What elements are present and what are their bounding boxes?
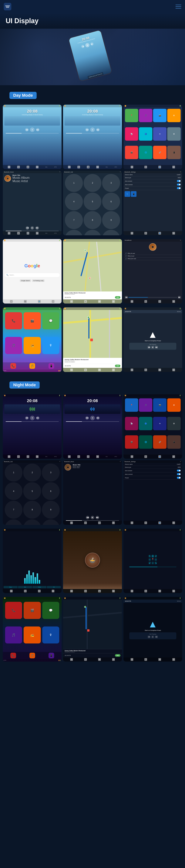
bt-bicon-3[interactable]: 🎵 [27,232,29,235]
nav-bicon-4[interactable]: ⚙ [112,369,115,371]
prev-btn-2[interactable]: ◀◀ [85,128,89,131]
eq-ctrl-4[interactable]: Vol [47,586,61,588]
nm-bicon-3[interactable]: 🎵 [27,455,29,458]
ndrv-bicon-3[interactable]: 🗺 [158,658,161,661]
play-btn-1[interactable]: ⏸ [30,127,34,132]
nav-down-right[interactable]: ↘ [155,562,157,564]
nnm-bicon-3[interactable]: 🗺 [98,658,101,661]
nbm-bicon-4[interactable]: ⚙ [112,522,115,524]
eq-bicon-4[interactable]: ⚙ [52,590,54,592]
maps-bicon-4[interactable]: ⚙ [112,300,115,303]
eq-bicon-3[interactable]: 🎵 [38,590,41,592]
bts-bicon-4[interactable]: ⚙ [173,232,175,235]
media-prev[interactable]: ◀◀ [148,346,150,349]
eq-ctrl-3[interactable]: Treble [32,586,47,588]
bicon-21[interactable]: ✉ [68,166,71,168]
nm-bicon-4[interactable]: ⚙ [36,455,38,458]
ndrv-bicon-2[interactable]: 📞 [144,658,147,661]
file-2[interactable]: 🎵 华东_01.mp3 [124,255,181,257]
maps-bicon-1[interactable]: ✉ [70,300,73,303]
ndrv-bicon-1[interactable]: ✉ [131,658,133,661]
dial-9[interactable]: 9 [102,211,120,229]
file-3[interactable]: 🎵 华东_别_81.mp3 [124,257,181,260]
social-bicon-1[interactable]: ✉ [131,300,133,303]
na-7[interactable]: ✈ [153,417,166,430]
dial-7[interactable]: 7 [65,211,83,229]
food-bicon-1[interactable]: ✉ [70,590,73,592]
nbs-aa-toggle[interactable] [177,470,181,471]
app-icon-10[interactable]: 🌐 [139,146,152,159]
nbs-bicon-4[interactable]: ⚙ [173,522,175,524]
nm-bicon-2[interactable]: 📞 [17,455,20,458]
ndrv-next[interactable]: ▶▶ [155,636,158,638]
eq-bicon-2[interactable]: 📞 [24,590,27,592]
nbm-bicon-3[interactable]: 🎵 [98,522,101,524]
night-play-2[interactable]: ⏸ [90,416,95,420]
app-icon-12[interactable]: 📱 [167,146,181,159]
nd-0[interactable]: 0 [23,519,41,525]
lucky-btn[interactable]: I'm Feeling Lucky [32,279,45,282]
nav-bicon-1[interactable]: ✉ [70,369,73,371]
go-button[interactable]: GO [115,296,120,299]
dial-6[interactable]: 6 [102,193,120,210]
nav-up[interactable]: ↑ [152,555,154,557]
na-bicon-3[interactable]: 🔵 [158,455,161,458]
nm2-bicon-3[interactable]: 🎵 [87,455,89,458]
bottom-icon-4[interactable]: ⚙ [36,166,38,168]
nbs-fl-toggle[interactable] [177,477,181,479]
nav-go-btn[interactable]: GO [115,365,120,367]
bts-bicon-2[interactable]: 📞 [144,232,147,235]
night-next-1[interactable]: ▶▶ [36,416,39,420]
na-6[interactable]: 🔵 [139,417,152,430]
prev-btn-1[interactable]: ◀◀ [25,128,28,131]
bt-prev[interactable]: ◀◀ [26,226,29,229]
nbs-ac-toggle[interactable] [177,473,181,475]
maps-bicon-3[interactable]: 🗺 [98,300,101,303]
night-next-2[interactable]: ▶▶ [96,416,100,420]
google-bicon-3[interactable]: 🌐 [38,300,41,303]
ndock-apps[interactable]: 📱 [49,653,54,658]
social-bicon-4[interactable]: ⚙ [173,300,175,303]
next-btn-2[interactable]: ▶▶ [96,128,100,131]
bicon-23[interactable]: 📱 [87,166,89,168]
nd-hash[interactable]: # [42,519,60,525]
apps-bicon-4[interactable]: ⚙ [173,166,175,168]
social-bicon-3[interactable]: 🎵 [158,300,161,303]
app-icon-7[interactable]: ✈ [153,127,166,141]
auto-connect-toggle[interactable] [177,184,181,186]
na-10[interactable]: 🌐 [139,435,152,449]
nd-2[interactable]: 2 [23,464,41,481]
ios-app-4[interactable]: 🎵 [5,337,22,354]
nav-bicon-3[interactable]: 🗺 [98,369,101,371]
dock-apps[interactable]: 📱 [49,363,54,369]
food-bicon-4[interactable]: ⚙ [112,590,115,592]
bottom-icon-2[interactable]: 📞 [17,166,20,168]
na-12[interactable]: 📱 [167,435,181,449]
bt-device-icon[interactable]: 🔵 [125,191,130,197]
bt-next[interactable]: ▶▶ [35,226,39,229]
nnm-go-btn[interactable]: GO [115,654,120,657]
ios-app-3[interactable]: 💬 [42,312,59,329]
nav-bicon-2[interactable]: 📞 [84,369,87,371]
nnn-bicon-1[interactable]: ✉ [131,590,133,592]
nbm-bicon-1[interactable]: ✉ [70,522,73,524]
play-btn-2[interactable]: ⏸ [90,127,95,132]
nd-1[interactable]: 1 [5,464,23,481]
drv-bicon-4[interactable]: ⚙ [173,369,175,371]
ndrv-prev[interactable]: ◀◀ [148,636,150,638]
app-icon-3[interactable]: 📸 [153,109,166,122]
na-4[interactable]: ⚙ [167,398,181,412]
night-prev-1[interactable]: ◀◀ [25,416,28,420]
night-play-1[interactable]: ⏸ [30,416,34,420]
dial-star[interactable]: * [65,230,83,235]
nbs-bicon-2[interactable]: 📞 [144,522,147,524]
nnm-bicon-4[interactable]: ⚙ [112,658,115,661]
na-5[interactable]: 📡 [125,417,138,430]
nm2-bicon-4[interactable]: ⚙ [96,455,99,458]
dial-2[interactable]: 2 [84,174,101,192]
media-next[interactable]: ▶▶ [155,346,158,349]
nd-8[interactable]: 8 [23,501,41,519]
nm2-bicon-1[interactable]: ✉ [68,455,71,458]
ndrv-bicon-4[interactable]: ⚙ [173,658,175,661]
bicon-24[interactable]: ⚙ [96,166,99,168]
